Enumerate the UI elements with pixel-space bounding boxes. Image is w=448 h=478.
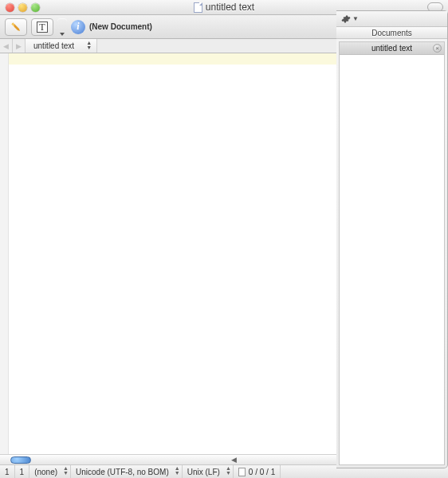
drawer-document-item[interactable]: untitled text × [340, 42, 444, 55]
documents-drawer: ▼ Documents untitled text × [336, 10, 448, 468]
scrollbar-thumb[interactable] [10, 456, 31, 464]
drawer-gear-menu[interactable]: ▼ [341, 14, 359, 24]
info-button[interactable]: i [71, 20, 85, 34]
stepper-icon: ▲▼ [226, 466, 231, 476]
traffic-lights [0, 3, 40, 12]
info-icon: i [77, 21, 79, 33]
text-mode-menu-button[interactable] [57, 18, 67, 36]
tab-stepper-icon: ▲▼ [86, 41, 92, 50]
status-language-selector[interactable]: (none) ▲▼ [29, 465, 71, 478]
document-icon [194, 2, 202, 13]
document-subtitle: (New Document) [89, 22, 152, 31]
pencil-icon [8, 19, 24, 35]
drawer-header: Documents [336, 27, 447, 39]
status-encoding-label: Unicode (UTF-8, no BOM) [76, 468, 169, 476]
minimize-window-button[interactable] [18, 3, 27, 12]
drawer-toolbar: ▼ [336, 11, 447, 27]
window-title-text: untitled text [206, 2, 254, 13]
tab-history-forward[interactable]: ▶ [13, 39, 26, 53]
chevron-down-icon [60, 33, 65, 36]
chevron-down-icon: ▼ [352, 15, 359, 22]
close-document-button[interactable]: × [433, 44, 442, 53]
status-line-number[interactable]: 1 [0, 465, 15, 478]
status-line-endings-selector[interactable]: Unix (LF) ▲▼ [183, 465, 234, 478]
status-column-number[interactable]: 1 [15, 465, 30, 478]
status-language-label: (none) [34, 468, 57, 476]
close-window-button[interactable] [6, 3, 14, 12]
gear-icon [341, 14, 351, 24]
text-icon: T [37, 22, 47, 33]
tab-history-back[interactable]: ◀ [0, 39, 13, 53]
zoom-window-button[interactable] [31, 3, 40, 12]
status-encoding-selector[interactable]: Unicode (UTF-8, no BOM) ▲▼ [71, 465, 183, 478]
status-lineendings-label: Unix (LF) [187, 468, 220, 476]
scroll-left-icon[interactable]: ◀ [228, 456, 240, 464]
tab-document[interactable]: untitled text ▲▼ [26, 39, 97, 53]
stepper-icon: ▲▼ [63, 466, 69, 476]
status-position-label: 0 / 0 / 1 [249, 468, 275, 476]
status-position[interactable]: 0 / 0 / 1 [234, 465, 281, 478]
drawer-document-list: untitled text × [339, 41, 445, 465]
edit-tool-button[interactable] [5, 18, 27, 36]
stepper-icon: ▲▼ [175, 466, 180, 476]
text-mode-button[interactable]: T [31, 18, 53, 36]
line-number-gutter[interactable] [0, 53, 9, 464]
drawer-document-label: untitled text [371, 44, 412, 53]
page-icon [238, 468, 246, 476]
tab-label: untitled text [33, 41, 74, 50]
